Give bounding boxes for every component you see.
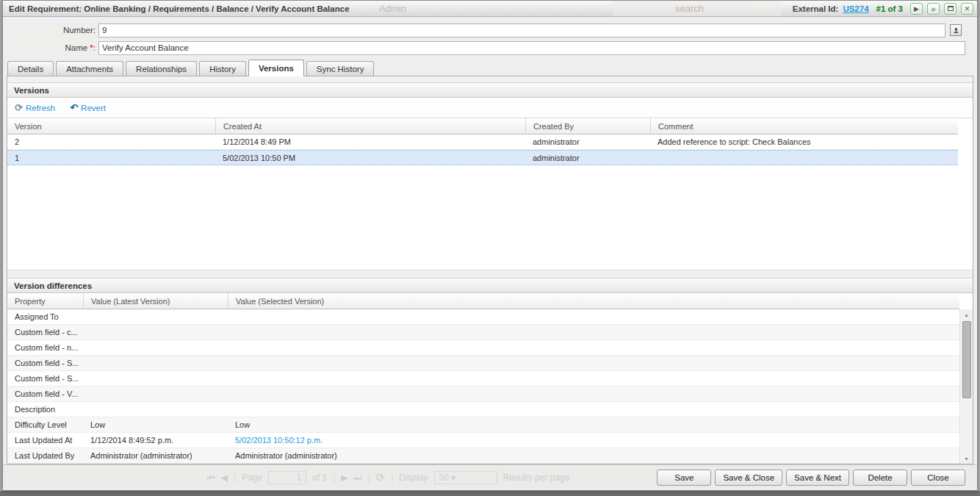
close-dialog-button[interactable]: Close <box>911 470 965 486</box>
property-cell: Description <box>7 405 83 414</box>
tab[interactable]: History <box>199 61 246 76</box>
tab-label: History <box>209 65 236 73</box>
number-label: Number: <box>3 26 98 35</box>
tab-label: Sync History <box>317 65 364 73</box>
next-item-button[interactable]: ▶ <box>910 3 923 15</box>
refresh-label: Refresh <box>26 104 55 112</box>
tab[interactable]: Sync History <box>306 61 375 76</box>
background-page-label: Page <box>242 472 262 483</box>
difference-row: Custom field - S... <box>7 371 959 387</box>
name-input[interactable] <box>98 41 965 55</box>
difference-row: Assigned To <box>7 309 959 325</box>
scroll-up-icon[interactable]: ▲ <box>960 309 973 320</box>
selected-value-cell: 5/02/2013 10:50:12 p.m. <box>228 436 959 445</box>
refresh-button[interactable]: ⟳ Refresh <box>15 102 55 113</box>
difference-row: Last Updated By Administrator (administr… <box>7 448 959 464</box>
background-admin-menu: Admin <box>379 3 406 14</box>
revert-icon: ↶ <box>70 102 78 113</box>
created-at-cell: 1/12/2014 8:49 PM <box>215 137 525 146</box>
versions-table-body: 2 1/12/2014 8:49 PM administrator Added … <box>7 134 958 165</box>
dialog-footer: ⏮ ◀ | Page 1 of 1 | ▶ ⏭ | ⟳ | Display 50… <box>3 464 977 490</box>
revert-label: Revert <box>81 104 106 112</box>
background-refresh-icon: ⟳ <box>376 471 386 484</box>
versions-table-header: Version Created At Created By Comment <box>7 118 958 134</box>
version-row[interactable]: 2 1/12/2014 8:49 PM administrator Added … <box>7 134 958 150</box>
background-next-page-icon: ▶ <box>341 472 347 483</box>
tab[interactable]: Versions <box>248 60 304 76</box>
requirement-form: Number: Name *: <box>3 17 977 59</box>
difference-row: Custom field - S... <box>7 356 959 371</box>
number-input[interactable] <box>98 24 945 37</box>
token-icon <box>953 27 959 34</box>
difference-row: Custom field - V... <box>7 387 959 402</box>
column-header-property[interactable]: Property <box>7 293 83 309</box>
comment-cell: Added reference to script: Check Balance… <box>650 137 958 146</box>
skip-forward-button[interactable]: » <box>927 3 940 15</box>
background-pagination-bar: ⏮ ◀ | Page 1 of 1 | ▶ ⏭ | ⟳ | Display 50… <box>207 471 569 484</box>
differences-table: Property Value (Latest Version) Value (S… <box>7 293 973 464</box>
property-cell: Custom field - c... <box>7 328 83 337</box>
page: search Admin Edit Requirement: Online Ba… <box>0 0 980 496</box>
created-by-cell: administrator <box>525 154 650 162</box>
delete-button[interactable]: Delete <box>853 470 907 486</box>
column-header-version[interactable]: Version <box>7 118 215 134</box>
background-first-page-icon: ⏮ <box>207 472 215 483</box>
background-search-input: search <box>613 1 782 16</box>
property-cell: Assigned To <box>7 312 83 321</box>
column-header-created-by[interactable]: Created By <box>525 118 650 134</box>
tab-label: Versions <box>259 64 294 73</box>
scroll-down-icon[interactable]: ▼ <box>960 453 973 464</box>
background-results-label: Results per page <box>503 472 570 483</box>
dialog-title: Edit Requirement: Online Banking / Requi… <box>9 4 350 13</box>
tab-label: Attachments <box>66 65 113 73</box>
number-token-button[interactable] <box>950 24 962 36</box>
scrollbar-thumb[interactable] <box>962 321 971 398</box>
property-cell: Custom field - S... <box>7 359 83 367</box>
created-at-cell: 5/02/2013 10:50 PM <box>215 154 525 162</box>
column-header-created-at[interactable]: Created At <box>215 118 525 134</box>
double-chevron-icon: » <box>931 4 935 14</box>
next-icon: ▶ <box>914 4 919 14</box>
save-and-close-button[interactable]: Save & Close <box>715 470 782 486</box>
column-header-comment[interactable]: Comment <box>650 118 958 134</box>
maximize-icon <box>948 6 954 11</box>
difference-row: Custom field - c... <box>7 325 959 340</box>
background-prev-page-icon: ◀ <box>221 472 228 483</box>
latest-value-cell: Administrator (administrator) <box>83 451 228 460</box>
column-header-latest-value[interactable]: Value (Latest Version) <box>83 293 228 309</box>
versions-section-title: Versions <box>14 86 49 95</box>
selected-value-cell: Administrator (administrator) <box>228 451 959 460</box>
position-indicator: #1 of 3 <box>876 4 903 13</box>
refresh-icon: ⟳ <box>15 102 23 113</box>
versions-panel: Versions ⟳ Refresh ↶ Revert Version Crea… <box>7 76 973 464</box>
versions-table-empty-area <box>7 165 958 270</box>
close-button[interactable]: ✕ <box>961 3 973 15</box>
revert-button[interactable]: ↶ Revert <box>70 102 106 113</box>
tab[interactable]: Details <box>7 61 54 76</box>
maximize-button[interactable] <box>944 3 956 15</box>
edit-requirement-dialog: search Admin Edit Requirement: Online Ba… <box>2 0 978 491</box>
differences-section-header: Version differences <box>7 278 973 293</box>
property-cell: Custom field - n... <box>7 343 83 352</box>
versions-toolbar: ⟳ Refresh ↶ Revert <box>7 98 973 118</box>
property-cell: Last Updated By <box>7 451 83 460</box>
required-marker: *: <box>90 43 96 52</box>
differences-section-title: Version differences <box>14 281 92 290</box>
tab[interactable]: Relationships <box>126 61 197 76</box>
background-page-input: 1 <box>268 471 306 484</box>
save-and-next-button[interactable]: Save & Next <box>786 470 849 486</box>
name-label: Name *: <box>3 43 98 52</box>
background-of-label: of 1 <box>312 472 327 483</box>
panel-spacer <box>7 76 973 82</box>
section-divider <box>7 270 973 278</box>
external-id-label: External Id: <box>793 4 839 13</box>
version-row[interactable]: 1 5/02/2013 10:50 PM administrator <box>7 150 958 165</box>
difference-row: Description <box>7 402 959 417</box>
created-by-cell: administrator <box>525 137 650 146</box>
differences-scrollbar[interactable]: ▲ ▼ <box>959 309 973 464</box>
column-header-selected-value[interactable]: Value (Selected Version) <box>228 293 959 309</box>
differences-table-header: Property Value (Latest Version) Value (S… <box>7 293 959 309</box>
external-id-link[interactable]: US274 <box>843 4 868 13</box>
tab[interactable]: Attachments <box>56 61 123 76</box>
save-button[interactable]: Save <box>657 470 711 486</box>
